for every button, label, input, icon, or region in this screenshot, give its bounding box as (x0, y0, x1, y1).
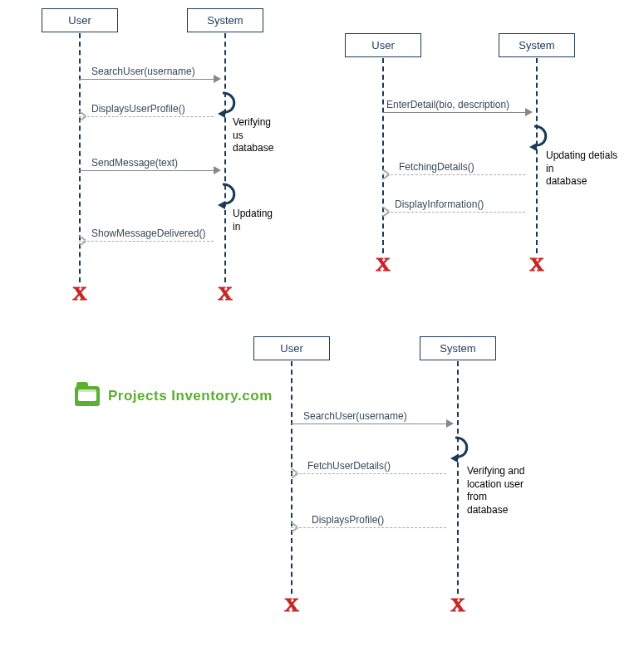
self-message-verifying (223, 91, 241, 115)
note-text: location user from (467, 478, 524, 503)
note-verifying: Verifying us database (233, 116, 274, 155)
participant-system-label: System (499, 33, 575, 57)
note-text: database (546, 175, 587, 187)
note-updating-db: Updating detials in database (546, 149, 627, 189)
watermark-text: Projects Inventory.com (108, 388, 273, 404)
participant-system: System X (420, 336, 496, 360)
msg-label: DisplaysProfile() (312, 514, 384, 526)
msg-label: SearchUser(username) (303, 410, 407, 422)
self-message-verifying-location (455, 436, 474, 459)
note-text: Updating detials in (546, 149, 617, 174)
sequence-diagram-3: User X System X SearchUser(username) Ver… (253, 336, 536, 627)
msg-label: FetchUserDetails() (307, 460, 391, 472)
note-text: database (467, 504, 508, 516)
lifeline-user (382, 58, 384, 253)
participant-system-label: System (187, 8, 263, 32)
note-verifying-location: Verifying and location user from databas… (467, 465, 536, 517)
lifeline-end-x: X (72, 282, 86, 305)
msg-label: DisplaysUserProfile() (91, 103, 185, 115)
msg-label: SearchUser(username) (91, 66, 195, 77)
participant-system: System X (187, 8, 263, 32)
lifeline-system (457, 361, 459, 594)
folder-icon (75, 386, 100, 406)
participant-user: User X (253, 336, 330, 360)
note-text: Verifying and (467, 465, 524, 477)
msg-label: ShowMessageDelivered() (91, 228, 205, 239)
lifeline-end-x: X (529, 253, 543, 276)
lifeline-system (224, 33, 226, 282)
participant-system: System X (499, 33, 575, 57)
watermark: Projects Inventory.com (75, 386, 273, 406)
note-updating: Updating in (233, 208, 274, 233)
participant-user: User X (345, 33, 421, 57)
note-text: Verifying us (233, 116, 271, 141)
msg-label: SendMessage(text) (91, 157, 178, 169)
msg-label: FetchingDetails() (399, 161, 474, 173)
lifeline-end-x: X (450, 594, 465, 616)
participant-user-label: User (42, 8, 118, 32)
sequence-diagram-1: User X System X SearchUser(username) Ver… (42, 8, 274, 307)
participant-user-label: User (253, 336, 330, 360)
participant-user: User X (42, 8, 118, 32)
lifeline-system (536, 58, 538, 253)
note-text: Updating in (233, 208, 273, 233)
msg-label: EnterDetail(bio, description) (386, 99, 509, 110)
self-message-updating-db (534, 125, 553, 148)
self-message-updating (223, 183, 241, 206)
lifeline-end-x: X (376, 253, 390, 276)
participant-system-label: System (420, 336, 496, 360)
lifeline-end-x: X (284, 594, 298, 616)
sequence-diagram-2: User X System X EnterDetail(bio, descrip… (345, 33, 627, 282)
participant-user-label: User (345, 33, 421, 57)
lifeline-end-x: X (218, 282, 232, 305)
note-text: database (233, 142, 273, 154)
msg-label: DisplayInformation() (395, 198, 484, 210)
